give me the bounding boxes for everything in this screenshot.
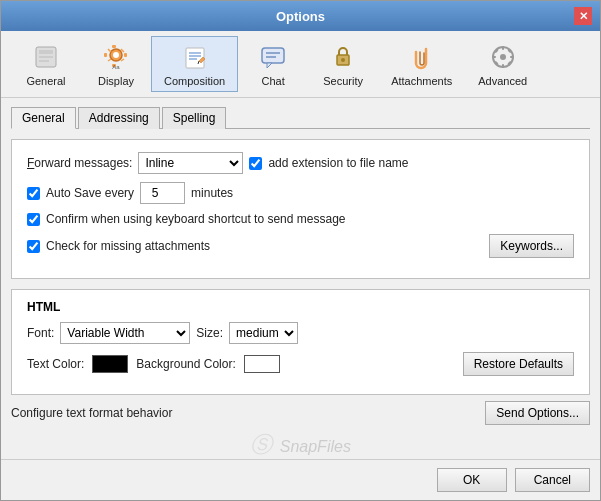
toolbar-item-chat[interactable]: Chat: [238, 36, 308, 92]
check-missing-row: Check for missing attachments Keywords..…: [27, 234, 574, 258]
toolbar-attachments-label: Attachments: [391, 75, 452, 87]
font-select[interactable]: Variable Width Fixed Width: [60, 322, 190, 344]
tab-spelling[interactable]: Spelling: [162, 107, 227, 129]
toolbar-item-general[interactable]: General: [11, 36, 81, 92]
svg-rect-6: [112, 45, 116, 48]
bg-color-swatch[interactable]: [244, 355, 280, 373]
svg-line-13: [121, 59, 124, 61]
display-icon: Aa: [100, 41, 132, 73]
autosave-row: Auto Save every minutes: [27, 182, 574, 204]
html-section-title: HTML: [27, 300, 574, 314]
restore-defaults-button[interactable]: Restore Defaults: [463, 352, 574, 376]
cancel-button[interactable]: Cancel: [515, 468, 590, 492]
watermark-text: SnapFiles: [280, 438, 351, 455]
send-options-row: Configure text format behavior Send Opti…: [11, 401, 590, 425]
svg-rect-15: [186, 48, 204, 68]
keywords-button[interactable]: Keywords...: [489, 234, 574, 258]
svg-rect-8: [104, 53, 107, 57]
toolbar-item-advanced[interactable]: Advanced: [465, 36, 540, 92]
add-extension-label: add extension to file name: [268, 156, 408, 170]
tab-addressing[interactable]: Addressing: [78, 107, 160, 129]
forward-messages-label: Forward messages:: [27, 156, 132, 170]
content-area: General Addressing Spelling Forward mess…: [1, 98, 600, 459]
tab-bar: General Addressing Spelling: [11, 106, 590, 129]
autosave-checkbox[interactable]: [27, 187, 40, 200]
ok-button[interactable]: OK: [437, 468, 507, 492]
toolbar-composition-label: Composition: [164, 75, 225, 87]
svg-rect-29: [502, 64, 504, 68]
footer: OK Cancel: [1, 459, 600, 500]
toolbar-advanced-label: Advanced: [478, 75, 527, 87]
confirm-shortcut-label: Confirm when using keyboard shortcut to …: [46, 212, 346, 226]
composition-icon: [179, 41, 211, 73]
advanced-icon: [487, 41, 519, 73]
confirm-shortcut-checkbox[interactable]: [27, 213, 40, 226]
tab-general[interactable]: General: [11, 107, 76, 129]
check-missing-checkbox[interactable]: [27, 240, 40, 253]
svg-rect-30: [492, 56, 496, 58]
svg-rect-2: [39, 56, 53, 58]
svg-rect-31: [510, 56, 514, 58]
text-color-label: Text Color:: [27, 357, 84, 371]
autosave-value-input[interactable]: [140, 182, 185, 204]
chat-icon: [257, 41, 289, 73]
toolbar-item-display[interactable]: Aa Display: [81, 36, 151, 92]
font-size-row: Font: Variable Width Fixed Width Size: m…: [27, 322, 574, 344]
configure-label: Configure text format behavior: [11, 406, 172, 420]
svg-point-5: [113, 52, 119, 58]
toolbar-display-label: Display: [98, 75, 134, 87]
options-window: Options ✕ General: [0, 0, 601, 501]
close-button[interactable]: ✕: [574, 7, 592, 25]
svg-rect-20: [262, 48, 284, 63]
svg-line-10: [108, 49, 111, 52]
svg-point-27: [500, 54, 506, 60]
toolbar: General Aa Display: [1, 31, 600, 98]
svg-point-25: [341, 58, 345, 62]
size-select[interactable]: medium small large: [229, 322, 298, 344]
toolbar-chat-label: Chat: [262, 75, 285, 87]
toolbar-security-label: Security: [323, 75, 363, 87]
svg-rect-9: [124, 53, 127, 57]
autosave-unit-label: minutes: [191, 186, 233, 200]
bg-color-label: Background Color:: [136, 357, 235, 371]
svg-rect-28: [502, 46, 504, 50]
add-extension-checkbox[interactable]: [249, 157, 262, 170]
html-section: HTML Font: Variable Width Fixed Width Si…: [11, 289, 590, 395]
svg-text:Aa: Aa: [112, 64, 120, 70]
text-color-swatch[interactable]: [92, 355, 128, 373]
forward-messages-row: Forward messages: Inline As Attachment A…: [27, 152, 574, 174]
toolbar-item-composition[interactable]: Composition: [151, 36, 238, 92]
svg-line-12: [108, 59, 111, 61]
forward-messages-select[interactable]: Inline As Attachment As Quoted: [138, 152, 243, 174]
security-icon: [327, 41, 359, 73]
autosave-label: Auto Save every: [46, 186, 134, 200]
font-label: Font:: [27, 326, 54, 340]
toolbar-item-security[interactable]: Security: [308, 36, 378, 92]
attachments-icon: [406, 41, 438, 73]
confirm-shortcut-row: Confirm when using keyboard shortcut to …: [27, 212, 574, 226]
color-row: Text Color: Background Color: Restore De…: [27, 352, 574, 376]
svg-rect-3: [39, 60, 49, 62]
window-title: Options: [27, 9, 574, 24]
toolbar-item-attachments[interactable]: Attachments: [378, 36, 465, 92]
general-icon: [30, 41, 62, 73]
watermark: Ⓢ SnapFiles: [11, 425, 590, 459]
svg-rect-1: [39, 50, 53, 54]
toolbar-general-label: General: [26, 75, 65, 87]
title-bar: Options ✕: [1, 1, 600, 31]
size-label: Size:: [196, 326, 223, 340]
svg-marker-21: [267, 63, 272, 68]
check-missing-label: Check for missing attachments: [46, 239, 210, 253]
send-options-button[interactable]: Send Options...: [485, 401, 590, 425]
general-settings-box: Forward messages: Inline As Attachment A…: [11, 139, 590, 279]
